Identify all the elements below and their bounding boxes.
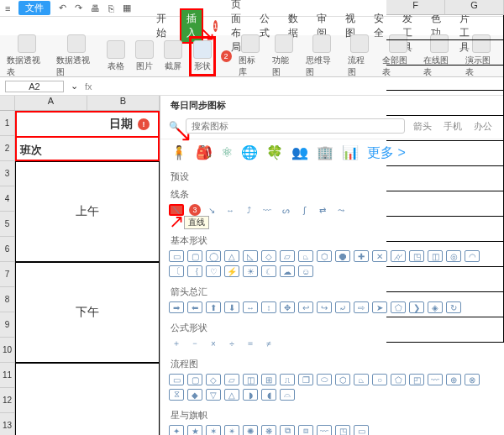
shape-wave[interactable]: 〰 — [317, 425, 332, 435]
shape-flow-manual[interactable]: ⏢ — [354, 374, 369, 385]
shape-freeform[interactable]: ᔕ — [278, 204, 293, 216]
shape-connector[interactable]: ⇄ — [315, 204, 330, 216]
shape-flow-collate[interactable]: ⧖ — [169, 389, 184, 401]
shape-flow-storage[interactable]: ◗ — [243, 389, 258, 401]
color-icon[interactable]: 🎒 — [196, 144, 213, 162]
shape-connector2[interactable]: ⤳ — [333, 204, 349, 216]
shape-arrow-d[interactable]: ⬇ — [224, 301, 239, 313]
shape-triangle[interactable]: △ — [224, 250, 239, 262]
rb-pivot-chart[interactable]: 数据透视图 — [53, 33, 99, 80]
shape-brace[interactable]: ｛ — [187, 265, 202, 277]
cell-empty[interactable] — [15, 363, 160, 435]
shape-line[interactable]: ＼ — [169, 204, 184, 216]
shape-star6[interactable]: ✶ — [206, 425, 221, 435]
shape-arrow-ud[interactable]: ↕ — [261, 301, 276, 313]
shape-flow-internal[interactable]: ⊞ — [261, 374, 276, 385]
rb-mindmap[interactable]: 思维导图 — [302, 33, 341, 80]
color-icon[interactable]: 📊 — [342, 144, 359, 162]
shape-star16[interactable]: ✺ — [243, 425, 258, 435]
shape-arrow-quad[interactable]: ✥ — [280, 301, 295, 313]
shape-neq-op[interactable]: ≠ — [261, 338, 276, 349]
shape-arrow-uturn[interactable]: ↪ — [317, 301, 332, 313]
grid-icon[interactable]: ▦ — [123, 3, 131, 13]
shape-flow-display[interactable]: ⌓ — [280, 389, 295, 401]
shape-flow-tape[interactable]: 〰 — [428, 374, 443, 385]
shape-flow-doc[interactable]: ⎍ — [280, 374, 295, 385]
shape-arrow-l[interactable]: ⬅ — [187, 301, 202, 313]
color-icon[interactable]: ⚛ — [221, 144, 233, 162]
row-header[interactable]: 6 — [0, 237, 15, 262]
row-header[interactable]: 8 — [0, 287, 15, 312]
shape-line-arrow[interactable]: ↘ — [204, 204, 219, 216]
shape-flow-term[interactable]: ⬭ — [317, 374, 332, 385]
shape-flow-multi[interactable]: ❐ — [298, 374, 313, 385]
rb-screenshot[interactable]: 截屏 — [160, 39, 186, 74]
shape-minus-op[interactable]: － — [187, 338, 202, 349]
shape-flow-or[interactable]: ⊗ — [465, 374, 480, 385]
rb-shapes[interactable]: 形状 ↘ — [189, 36, 216, 76]
color-icon[interactable]: 🏢 — [317, 144, 333, 162]
shape-flow-sort[interactable]: ◆ — [187, 389, 202, 401]
shape-curve[interactable]: 〰 — [260, 204, 275, 216]
menu-icon[interactable]: ≡ — [5, 3, 10, 13]
shape-eq-op[interactable]: ＝ — [243, 338, 258, 349]
shape-parallel[interactable]: ▱ — [280, 250, 295, 262]
shape-flow-offpage[interactable]: ⬠ — [391, 374, 406, 385]
shape-star24[interactable]: ❋ — [261, 425, 276, 435]
row-header[interactable]: 9 — [0, 312, 15, 338]
shape-flow-prep[interactable]: ⬡ — [335, 374, 350, 385]
shape-flow-card[interactable]: ◰ — [409, 374, 424, 385]
shape-flow-decision[interactable]: ◇ — [206, 374, 221, 385]
rb-pivot-table[interactable]: 数据透视表 — [3, 33, 50, 80]
shape-line-double[interactable]: ↔ — [223, 204, 238, 216]
shape-plus-op[interactable]: ＋ — [169, 338, 184, 349]
shape-arrow-r[interactable]: ➡ — [169, 301, 184, 313]
shape-diamond[interactable]: ◇ — [261, 250, 276, 262]
shape-scroll[interactable]: ◳ — [335, 425, 350, 435]
spreadsheet[interactable]: A B 1 2 3 4 5 6 7 8 9 10 11 12 13 日期 ! 班… — [0, 96, 160, 435]
shape-cross[interactable]: ✕ — [372, 250, 387, 262]
dropdown-icon[interactable]: ⌄ — [71, 81, 78, 92]
col-header-b[interactable]: B — [87, 96, 160, 110]
shape-flow-predef[interactable]: ◫ — [243, 374, 258, 385]
color-icon[interactable]: 🍀 — [266, 144, 283, 162]
cell-afternoon[interactable]: 下午 — [15, 262, 160, 363]
shape-flow-sum[interactable]: ⊕ — [446, 374, 461, 385]
shape-flow-process[interactable]: ▭ — [169, 374, 184, 385]
shape-hexagon[interactable]: ⬡ — [317, 250, 332, 262]
row-header[interactable]: 13 — [0, 413, 15, 435]
undo-icon[interactable]: ↶ — [59, 3, 66, 13]
row-header[interactable]: 7 — [0, 262, 15, 287]
shape-flow-delay[interactable]: ◖ — [261, 389, 276, 401]
color-icon[interactable]: 🧍 — [171, 144, 187, 162]
shape-arrow-striped[interactable]: ⇨ — [354, 301, 369, 313]
fx-icon[interactable]: fx — [85, 81, 92, 92]
shape-arrow-curved[interactable]: ⤾ — [335, 301, 350, 313]
cell-a1[interactable]: 日期 ! — [15, 111, 160, 136]
shape-div-op[interactable]: ÷ — [224, 338, 239, 349]
tab-start[interactable]: 开始 — [151, 10, 171, 42]
shape-flow-data[interactable]: ▱ — [224, 374, 239, 385]
redo-icon[interactable]: ↷ — [75, 3, 82, 13]
shape-elbow[interactable]: ⤴ — [241, 204, 256, 216]
rb-funcchart[interactable]: 功能图 — [269, 33, 299, 80]
shape-scribble[interactable]: ʃ — [297, 204, 312, 216]
row-header[interactable]: 10 — [0, 338, 15, 363]
shape-star5[interactable]: ★ — [187, 425, 202, 435]
shape-bracket[interactable]: 〔 — [169, 265, 184, 277]
shape-mult-op[interactable]: × — [206, 338, 221, 349]
shape-sun[interactable]: ☀ — [243, 265, 258, 277]
shape-rtriangle[interactable]: ◺ — [243, 250, 258, 262]
search-input[interactable] — [186, 118, 405, 134]
shape-banner[interactable]: ▭ — [354, 425, 369, 435]
shape-ribbon[interactable]: ⧉ — [280, 425, 295, 435]
shape-trapezoid[interactable]: ⏢ — [298, 250, 313, 262]
row-header[interactable]: 2 — [0, 136, 15, 161]
col-header-a[interactable]: A — [15, 96, 87, 110]
row-header[interactable]: 5 — [0, 212, 15, 237]
rb-table[interactable]: 表格 — [103, 39, 129, 74]
rb-flowchart[interactable]: 流程图 — [344, 33, 375, 80]
name-box[interactable]: A2 — [5, 81, 64, 92]
row-header[interactable]: 1 — [0, 111, 15, 136]
rb-iconlib[interactable]: 图标库 — [235, 33, 265, 80]
